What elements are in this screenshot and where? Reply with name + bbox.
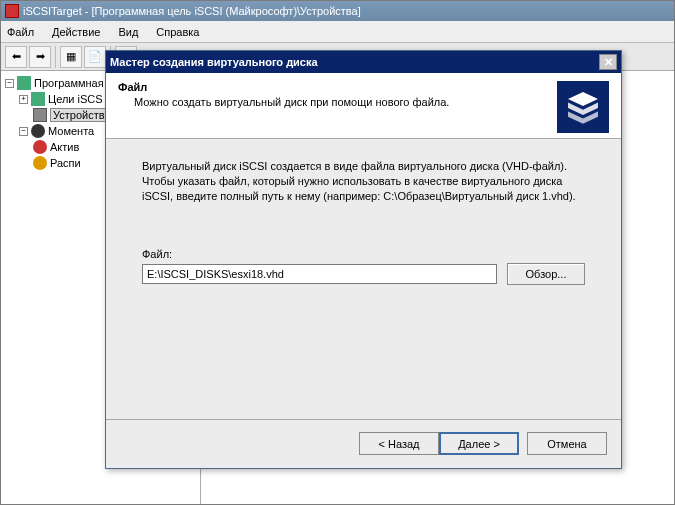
menu-action[interactable]: Действие: [52, 26, 100, 38]
wizard-titlebar: Мастер создания виртуального диска ✕: [106, 51, 621, 73]
cancel-button[interactable]: Отмена: [527, 432, 607, 455]
wizard-header: Файл Можно создать виртуальный диск при …: [106, 73, 621, 139]
wizard-title-text: Мастер создания виртуального диска: [110, 56, 318, 68]
toolbar-back-icon[interactable]: ⬅: [5, 46, 27, 68]
tree-active-label: Актив: [50, 141, 79, 153]
wizard-dialog: Мастер создания виртуального диска ✕ Фай…: [105, 50, 622, 469]
tree-targets-label: Цели iSCS: [48, 93, 103, 105]
menu-file[interactable]: Файл: [7, 26, 34, 38]
tree-snapshots-label: Момента: [48, 125, 94, 137]
wizard-header-title: Файл: [118, 81, 557, 93]
wizard-footer: < Назад Далее > Отмена: [106, 419, 621, 467]
tree-schedule-label: Распи: [50, 157, 81, 169]
menubar: Файл Действие Вид Справка: [1, 21, 674, 43]
menu-view[interactable]: Вид: [118, 26, 138, 38]
browse-button[interactable]: Обзор...: [507, 263, 585, 285]
file-label: Файл:: [142, 248, 585, 260]
file-path-input[interactable]: [142, 264, 497, 284]
menu-help[interactable]: Справка: [156, 26, 199, 38]
schedule-icon: [33, 156, 47, 170]
wizard-description: Виртуальный диск iSCSI создается в виде …: [142, 159, 585, 204]
targets-icon: [31, 92, 45, 106]
tree-devices-label: Устройств: [50, 108, 108, 122]
wizard-body: Виртуальный диск iSCSI создается в виде …: [106, 139, 621, 419]
wizard-banner-icon: [557, 81, 609, 133]
next-button[interactable]: Далее >: [439, 432, 519, 455]
close-icon: ✕: [604, 56, 613, 69]
wizard-header-subtitle: Можно создать виртуальный диск при помощ…: [118, 96, 557, 108]
snapshots-icon: [31, 124, 45, 138]
target-root-icon: [17, 76, 31, 90]
active-icon: [33, 140, 47, 154]
toolbar-forward-icon[interactable]: ➡: [29, 46, 51, 68]
toolbar-sep: [55, 46, 56, 68]
toolbar-properties-icon[interactable]: 📄: [84, 46, 106, 68]
back-button[interactable]: < Назад: [359, 432, 439, 455]
collapse-icon[interactable]: −: [5, 79, 14, 88]
wizard-header-text: Файл Можно создать виртуальный диск при …: [118, 81, 557, 130]
devices-icon: [33, 108, 47, 122]
main-title-text: iSCSITarget - [Программная цель iSCSI (М…: [23, 5, 361, 17]
app-icon: [5, 4, 19, 18]
collapse-icon[interactable]: −: [19, 127, 28, 136]
toolbar-new-icon[interactable]: ▦: [60, 46, 82, 68]
close-button[interactable]: ✕: [599, 54, 617, 70]
tree-root-label: Программная: [34, 77, 104, 89]
main-titlebar: iSCSITarget - [Программная цель iSCSI (М…: [1, 1, 674, 21]
expand-icon[interactable]: +: [19, 95, 28, 104]
nav-button-group: < Назад Далее >: [359, 432, 519, 455]
file-row: Обзор...: [142, 263, 585, 285]
